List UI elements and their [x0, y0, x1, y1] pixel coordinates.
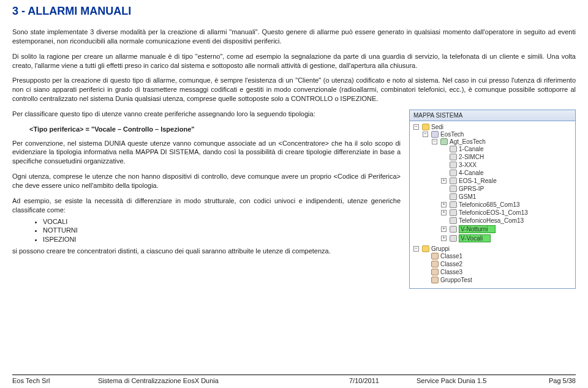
tree-label: GSM1	[459, 193, 476, 200]
tree-label: TelefonicoEOS-1_Com13	[459, 209, 528, 216]
footer-company: Eos Tech Srl	[12, 377, 98, 384]
expand-icon[interactable]: +	[441, 226, 447, 232]
expand-icon[interactable]: +	[441, 236, 447, 241]
type-formula: <Tipo periferica> = "Vocale – Controllo …	[29, 125, 401, 134]
expand-icon[interactable]: +	[441, 178, 447, 184]
tree-leaf[interactable]: Classe2	[423, 261, 573, 267]
footer-date: 7/10/2011	[349, 377, 417, 384]
group-icon	[431, 261, 439, 267]
list-item: VOCALI	[43, 217, 401, 226]
folder-icon	[422, 245, 429, 252]
tree-leaf[interactable]: 1-Canale	[441, 146, 573, 152]
tree-leaf[interactable]: +TelefonicoEOS-1_Com13	[441, 209, 573, 216]
tree-leaf[interactable]: TelefonicoHesa_Com13	[441, 217, 573, 224]
collapse-icon[interactable]: −	[432, 139, 437, 144]
tree-label: Gruppi	[431, 245, 450, 252]
tree-label: 2-SIMCH	[459, 154, 484, 160]
group-icon	[431, 253, 439, 259]
tree-leaf[interactable]: Classe1	[423, 253, 573, 259]
tree-leaf-highlighted[interactable]: +V-Notturni	[441, 225, 573, 233]
left-p1: Per classificare questo tipo di utenze v…	[12, 110, 401, 119]
collapse-icon[interactable]: −	[413, 124, 419, 130]
device-icon	[450, 226, 457, 233]
tree-label: EOS-1_Reale	[459, 177, 497, 184]
device-icon	[450, 177, 457, 184]
panel-title: MAPPA SISTEMA	[410, 110, 575, 121]
left-p2: Per convenzione, nel sistema DUNIA quest…	[12, 139, 401, 166]
device-icon	[450, 217, 457, 224]
list-item: ISPEZIONI	[43, 235, 401, 244]
group-icon	[431, 277, 439, 283]
collapse-icon[interactable]: −	[413, 246, 419, 252]
device-icon	[450, 162, 457, 168]
tree-label: Sedi	[431, 124, 443, 130]
tree-leaf-highlighted[interactable]: +V-Vocali	[441, 234, 573, 242]
footer-doc: Service Pack Dunia 1.5	[417, 377, 533, 384]
tree-node-eostech[interactable]: − EosTech	[423, 131, 573, 138]
tree-leaf[interactable]: GSM1	[441, 193, 573, 200]
device-icon	[450, 146, 457, 152]
tree-label: Classe3	[440, 269, 462, 275]
tree-leaf[interactable]: 3-XXX	[441, 162, 573, 168]
device-icon	[450, 235, 457, 242]
tree-label: GPRS-IP	[459, 185, 484, 192]
tree-node-sedi[interactable]: − Sedi	[413, 124, 573, 130]
node-icon	[440, 138, 448, 145]
tree-label-highlighted: V-Notturni	[459, 225, 496, 233]
page-footer: Eos Tech Srl Sistema di Centralizzazione…	[12, 375, 576, 384]
tree-node-agt[interactable]: − Agt_EosTech	[432, 138, 573, 145]
tree-leaf[interactable]: 2-SIMCH	[441, 154, 573, 160]
left-p3: Ogni utenza, comprese le utenze che non …	[12, 172, 401, 190]
tree-label: EosTech	[440, 131, 464, 138]
left-p4: Ad esempio, se esiste la necessità di di…	[12, 196, 401, 215]
building-icon	[431, 131, 439, 138]
device-icon	[450, 170, 457, 176]
tree-node-gruppi[interactable]: − Gruppi	[413, 245, 573, 252]
device-icon	[450, 209, 457, 216]
paragraph-2: Di solito la ragione per creare un allar…	[12, 52, 576, 70]
tree-leaf[interactable]: Classe3	[423, 269, 573, 275]
device-icon	[450, 201, 457, 208]
system-map-panel: MAPPA SISTEMA − Sedi − EosTech	[409, 110, 576, 289]
list-item: NOTTURNI	[43, 226, 401, 235]
tree-label: 4-Canale	[459, 170, 484, 176]
device-icon	[450, 154, 457, 160]
tree-label-highlighted: V-Vocali	[459, 234, 491, 242]
tree-label: Classe2	[440, 261, 462, 267]
footer-page: Pag 5/38	[533, 377, 576, 384]
tree-leaf[interactable]: 4-Canale	[441, 170, 573, 176]
device-icon	[450, 185, 457, 192]
tree-label: 1-Canale	[459, 146, 484, 152]
tree-leaf[interactable]: +EOS-1_Reale	[441, 177, 573, 184]
left-column: Per classificare questo tipo di utenze v…	[12, 110, 401, 289]
tree-label: GruppoTest	[440, 277, 472, 283]
collapse-icon[interactable]: −	[423, 132, 428, 137]
page-heading: 3 - ALLARMI MANUALI	[12, 5, 576, 18]
paragraph-1: Sono state implementate 3 diverse modali…	[12, 28, 576, 46]
tree-leaf[interactable]: +Telefonico685_Com13	[441, 201, 573, 208]
paragraph-3: Presupposto per la creazione di questo t…	[12, 76, 576, 103]
tree-label: TelefonicoHesa_Com13	[459, 217, 524, 224]
footer-title: Sistema di Centralizzazione EosX Dunia	[98, 377, 349, 384]
folder-icon	[422, 124, 429, 130]
tree-label: 3-XXX	[459, 162, 477, 168]
tree-label: Telefonico685_Com13	[459, 201, 520, 208]
tree-label: Classe1	[440, 253, 462, 259]
tree-label: Agt_EosTech	[450, 138, 486, 145]
classification-list: VOCALI NOTTURNI ISPEZIONI	[43, 217, 401, 245]
expand-icon[interactable]: +	[441, 210, 447, 215]
tree-leaf[interactable]: GPRS-IP	[441, 185, 573, 192]
system-tree[interactable]: − Sedi − EosTech	[410, 121, 575, 288]
device-icon	[450, 193, 457, 200]
left-p5: si possono creare tre concentratori dist…	[12, 247, 401, 256]
group-icon	[431, 269, 439, 275]
expand-icon[interactable]: +	[441, 202, 447, 207]
tree-leaf[interactable]: GruppoTest	[423, 277, 573, 283]
